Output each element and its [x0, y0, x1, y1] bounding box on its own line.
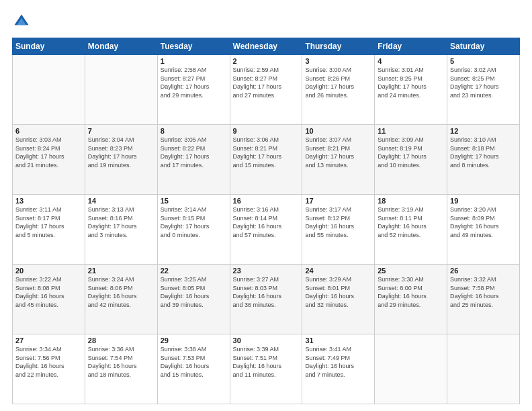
header	[12, 12, 520, 31]
calendar-cell: 28Sunrise: 3:36 AM Sunset: 7:54 PM Dayli…	[85, 334, 157, 404]
page: SundayMondayTuesdayWednesdayThursdayFrid…	[0, 0, 532, 411]
day-info: Sunrise: 3:03 AM Sunset: 8:24 PM Dayligh…	[15, 136, 82, 169]
day-number: 4	[378, 57, 444, 65]
calendar-cell: 31Sunrise: 3:41 AM Sunset: 7:49 PM Dayli…	[302, 334, 375, 404]
day-info: Sunrise: 3:27 AM Sunset: 8:03 PM Dayligh…	[233, 275, 300, 309]
column-header-wednesday: Wednesday	[230, 38, 302, 55]
calendar-cell: 8Sunrise: 3:05 AM Sunset: 8:22 PM Daylig…	[157, 125, 230, 195]
day-number: 21	[88, 267, 154, 275]
calendar-cell: 1Sunrise: 2:58 AM Sunset: 8:27 PM Daylig…	[157, 55, 230, 125]
day-number: 24	[305, 267, 371, 275]
column-header-sunday: Sunday	[13, 38, 85, 55]
day-info: Sunrise: 3:36 AM Sunset: 7:54 PM Dayligh…	[88, 345, 154, 379]
day-number: 23	[233, 267, 300, 275]
day-info: Sunrise: 3:10 AM Sunset: 8:18 PM Dayligh…	[450, 136, 517, 169]
day-number: 14	[88, 197, 154, 205]
day-number: 15	[161, 197, 227, 205]
calendar-cell: 2Sunrise: 2:59 AM Sunset: 8:27 PM Daylig…	[230, 55, 302, 125]
calendar-cell	[447, 334, 520, 404]
day-info: Sunrise: 3:41 AM Sunset: 7:49 PM Dayligh…	[305, 345, 371, 379]
column-header-tuesday: Tuesday	[157, 38, 230, 55]
day-number: 27	[15, 336, 82, 345]
day-number: 31	[305, 336, 371, 345]
day-number: 19	[450, 197, 517, 205]
day-number: 26	[450, 267, 517, 275]
calendar-cell: 25Sunrise: 3:30 AM Sunset: 8:00 PM Dayli…	[375, 265, 447, 334]
day-number: 30	[233, 336, 300, 345]
day-info: Sunrise: 3:20 AM Sunset: 8:09 PM Dayligh…	[450, 205, 517, 239]
day-info: Sunrise: 3:00 AM Sunset: 8:26 PM Dayligh…	[305, 66, 371, 99]
day-number: 16	[233, 197, 300, 205]
calendar-cell: 12Sunrise: 3:10 AM Sunset: 8:18 PM Dayli…	[447, 125, 520, 195]
calendar-cell	[375, 334, 447, 404]
calendar-cell: 9Sunrise: 3:06 AM Sunset: 8:21 PM Daylig…	[230, 125, 302, 195]
day-info: Sunrise: 3:19 AM Sunset: 8:11 PM Dayligh…	[378, 205, 444, 239]
day-info: Sunrise: 3:25 AM Sunset: 8:05 PM Dayligh…	[161, 275, 227, 309]
day-number: 17	[305, 197, 371, 205]
week-row-5: 27Sunrise: 3:34 AM Sunset: 7:56 PM Dayli…	[13, 334, 520, 404]
day-info: Sunrise: 3:14 AM Sunset: 8:15 PM Dayligh…	[161, 205, 227, 239]
calendar-cell: 21Sunrise: 3:24 AM Sunset: 8:06 PM Dayli…	[85, 265, 157, 334]
day-number: 28	[88, 336, 154, 345]
week-row-3: 13Sunrise: 3:11 AM Sunset: 8:17 PM Dayli…	[13, 195, 520, 265]
day-number: 25	[378, 267, 444, 275]
day-info: Sunrise: 3:30 AM Sunset: 8:00 PM Dayligh…	[378, 275, 444, 309]
calendar-cell: 7Sunrise: 3:04 AM Sunset: 8:23 PM Daylig…	[85, 125, 157, 195]
calendar-cell	[13, 55, 85, 125]
day-number: 2	[233, 57, 300, 65]
day-info: Sunrise: 3:29 AM Sunset: 8:01 PM Dayligh…	[305, 275, 371, 309]
calendar-cell: 17Sunrise: 3:17 AM Sunset: 8:12 PM Dayli…	[302, 195, 375, 265]
day-info: Sunrise: 3:17 AM Sunset: 8:12 PM Dayligh…	[305, 205, 371, 239]
calendar-cell: 11Sunrise: 3:09 AM Sunset: 8:19 PM Dayli…	[375, 125, 447, 195]
column-header-thursday: Thursday	[302, 38, 375, 55]
calendar-table: SundayMondayTuesdayWednesdayThursdayFrid…	[12, 38, 520, 404]
calendar-cell: 29Sunrise: 3:38 AM Sunset: 7:53 PM Dayli…	[157, 334, 230, 404]
day-number: 3	[305, 57, 371, 65]
day-number: 5	[450, 57, 517, 65]
day-number: 22	[161, 267, 227, 275]
calendar-cell: 27Sunrise: 3:34 AM Sunset: 7:56 PM Dayli…	[13, 334, 85, 404]
column-header-friday: Friday	[375, 38, 447, 55]
day-info: Sunrise: 3:22 AM Sunset: 8:08 PM Dayligh…	[15, 275, 82, 309]
week-row-2: 6Sunrise: 3:03 AM Sunset: 8:24 PM Daylig…	[13, 125, 520, 195]
day-number: 12	[450, 127, 517, 135]
day-info: Sunrise: 3:02 AM Sunset: 8:25 PM Dayligh…	[450, 66, 517, 99]
day-info: Sunrise: 3:38 AM Sunset: 7:53 PM Dayligh…	[161, 345, 227, 379]
day-number: 18	[378, 197, 444, 205]
calendar-cell: 16Sunrise: 3:16 AM Sunset: 8:14 PM Dayli…	[230, 195, 302, 265]
calendar-cell: 20Sunrise: 3:22 AM Sunset: 8:08 PM Dayli…	[13, 265, 85, 334]
day-info: Sunrise: 3:13 AM Sunset: 8:16 PM Dayligh…	[88, 205, 154, 239]
calendar-cell: 15Sunrise: 3:14 AM Sunset: 8:15 PM Dayli…	[157, 195, 230, 265]
day-number: 20	[15, 267, 82, 275]
day-info: Sunrise: 2:58 AM Sunset: 8:27 PM Dayligh…	[161, 66, 227, 99]
header-row: SundayMondayTuesdayWednesdayThursdayFrid…	[13, 38, 520, 55]
day-info: Sunrise: 3:16 AM Sunset: 8:14 PM Dayligh…	[233, 205, 300, 239]
calendar-cell: 6Sunrise: 3:03 AM Sunset: 8:24 PM Daylig…	[13, 125, 85, 195]
day-number: 11	[378, 127, 444, 135]
calendar-cell: 3Sunrise: 3:00 AM Sunset: 8:26 PM Daylig…	[302, 55, 375, 125]
calendar-cell: 13Sunrise: 3:11 AM Sunset: 8:17 PM Dayli…	[13, 195, 85, 265]
calendar-cell: 4Sunrise: 3:01 AM Sunset: 8:25 PM Daylig…	[375, 55, 447, 125]
day-info: Sunrise: 3:07 AM Sunset: 8:21 PM Dayligh…	[305, 136, 371, 169]
day-number: 9	[233, 127, 300, 135]
calendar-cell: 5Sunrise: 3:02 AM Sunset: 8:25 PM Daylig…	[447, 55, 520, 125]
calendar-cell: 26Sunrise: 3:32 AM Sunset: 7:58 PM Dayli…	[447, 265, 520, 334]
calendar-cell: 22Sunrise: 3:25 AM Sunset: 8:05 PM Dayli…	[157, 265, 230, 334]
day-info: Sunrise: 3:11 AM Sunset: 8:17 PM Dayligh…	[15, 205, 82, 239]
day-info: Sunrise: 3:04 AM Sunset: 8:23 PM Dayligh…	[88, 136, 154, 169]
calendar-cell: 30Sunrise: 3:39 AM Sunset: 7:51 PM Dayli…	[230, 334, 302, 404]
day-info: Sunrise: 3:39 AM Sunset: 7:51 PM Dayligh…	[233, 345, 300, 379]
day-info: Sunrise: 3:32 AM Sunset: 7:58 PM Dayligh…	[450, 275, 517, 309]
day-info: Sunrise: 3:06 AM Sunset: 8:21 PM Dayligh…	[233, 136, 300, 169]
day-number: 1	[161, 57, 227, 65]
day-number: 7	[88, 127, 154, 135]
calendar-cell: 19Sunrise: 3:20 AM Sunset: 8:09 PM Dayli…	[447, 195, 520, 265]
calendar-cell: 14Sunrise: 3:13 AM Sunset: 8:16 PM Dayli…	[85, 195, 157, 265]
calendar-cell	[85, 55, 157, 125]
column-header-saturday: Saturday	[447, 38, 520, 55]
calendar-cell: 18Sunrise: 3:19 AM Sunset: 8:11 PM Dayli…	[375, 195, 447, 265]
day-info: Sunrise: 3:01 AM Sunset: 8:25 PM Dayligh…	[378, 66, 444, 99]
day-number: 13	[15, 197, 82, 205]
day-info: Sunrise: 3:24 AM Sunset: 8:06 PM Dayligh…	[88, 275, 154, 309]
logo	[12, 12, 34, 31]
